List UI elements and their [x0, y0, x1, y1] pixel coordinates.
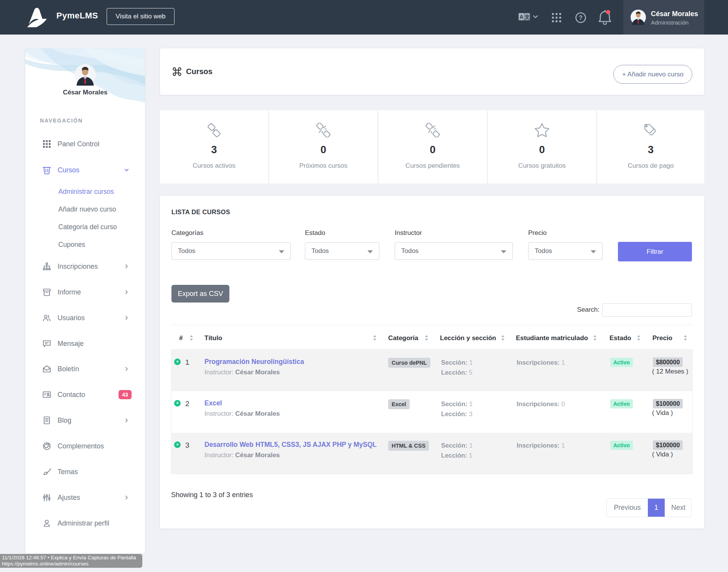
svg-text:文: 文 — [524, 14, 530, 20]
svg-text:A: A — [519, 14, 523, 20]
svg-text:?: ? — [579, 15, 583, 21]
